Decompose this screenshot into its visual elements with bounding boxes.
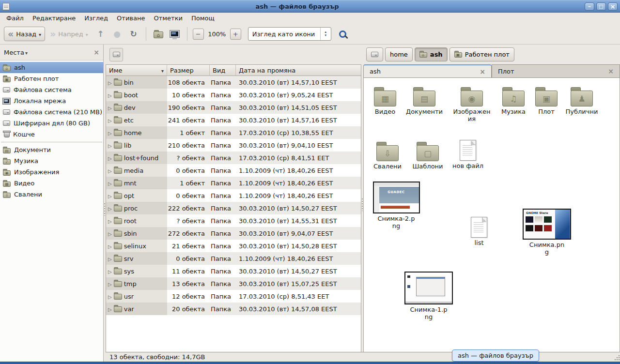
stop-button[interactable] [109,27,125,41]
icon-view-item[interactable]: Плот [526,84,567,116]
minimize-button[interactable] [585,2,594,11]
expander-icon[interactable] [108,192,112,199]
tab-close-icon[interactable] [480,68,485,76]
table-row[interactable]: boot 10 обекта Папка 30.03.2010 (вт) 9,0… [106,89,361,101]
places-title[interactable]: Места [4,49,24,56]
table-row[interactable]: root ? обекта Папка 30.03.2010 (вт) 14,5… [106,214,361,227]
sidebar-place-item[interactable]: Кошче [0,129,103,140]
sidebar-place-item[interactable]: Шифриран дял (80 GB) [0,118,103,129]
icon-view[interactable]: Видео Документи Изображения [363,78,620,352]
forward-button[interactable]: Напред [46,27,92,41]
column-header-date[interactable]: Дата на промяна [236,65,361,76]
path-button[interactable]: home [385,47,413,61]
back-button[interactable]: Назад [4,27,45,41]
table-row[interactable]: lost+found ? обекта Папка 17.03.2010 (ср… [106,152,361,164]
expander-icon[interactable] [108,129,112,136]
column-header-size[interactable]: Размер [167,65,210,76]
expander-icon[interactable] [108,255,112,262]
home-button[interactable] [151,27,166,41]
sidebar-place-item[interactable]: Музика [0,155,103,167]
sidebar-place-item[interactable]: Работен плот [0,73,103,84]
table-row[interactable]: sbin 272 обекта Папка 30.03.2010 (вт) 9,… [106,227,361,240]
path-button[interactable]: ash [415,47,448,61]
icon-view-item[interactable]: нов файл [448,138,488,170]
sidebar-close-icon[interactable] [93,48,99,56]
sidebar-place-item[interactable]: Локална мрежа [0,95,103,106]
icon-view-item[interactable]: list [459,215,499,247]
sidebar-place-item[interactable]: Изображения [0,167,103,178]
expander-icon[interactable] [108,180,112,187]
expander-icon[interactable] [108,79,112,86]
icon-view-item[interactable]: Шаблони [407,138,448,170]
sidebar-place-item[interactable]: Видео [0,178,103,189]
menu-item[interactable]: Отиване [112,14,149,23]
expander-icon[interactable] [108,305,112,313]
path-button[interactable] [366,47,383,61]
root-location-button[interactable] [109,48,123,61]
up-button[interactable] [93,27,108,41]
table-row[interactable]: selinux 21 обекта Папка 30.03.2010 (вт) … [106,240,361,252]
table-row[interactable]: srv 0 обекта Папка 1.10.2009 (чт) 18,40,… [106,252,361,265]
maximize-button[interactable] [596,2,606,11]
expander-icon[interactable] [108,91,112,99]
expander-icon[interactable] [108,293,112,300]
sidebar-place-item[interactable]: Файлова система (210 MB) [0,106,103,118]
icon-view-item[interactable]: Документи [404,84,445,116]
table-row[interactable]: bin 108 обекта Папка 30.03.2010 (вт) 14,… [106,76,361,89]
table-row[interactable]: lib 210 обекта Папка 30.03.2010 (вт) 9,0… [106,139,361,152]
expander-icon[interactable] [108,154,112,162]
expander-icon[interactable] [108,230,112,237]
tab[interactable]: Плот [492,64,620,77]
sidebar-place-item[interactable]: Свалени [0,189,103,200]
path-button[interactable]: Работен плот [450,47,514,61]
table-row[interactable]: dev 190 обекта Папка 30.03.2010 (вт) 14,… [106,101,361,114]
search-icon[interactable] [339,30,346,38]
expander-icon[interactable] [108,167,112,174]
icon-view-item[interactable]: Снимка.png [522,209,572,256]
expander-icon[interactable] [108,205,112,212]
menu-item[interactable]: Отметки [149,14,186,23]
menu-item[interactable]: Файл [2,14,28,23]
table-row[interactable]: mnt 1 обект Папка 1.10.2009 (чт) 18,40,2… [106,177,361,189]
view-mode-select[interactable]: Изглед като икони [248,27,331,41]
sidebar-place-item[interactable]: Документи [0,144,103,155]
table-row[interactable]: etc 241 обекта Папка 30.03.2010 (вт) 14,… [106,114,361,126]
icon-view-item[interactable]: Снимка-2.png [371,182,421,230]
zoom-in-button[interactable] [230,29,241,40]
menu-item[interactable]: Помощ [187,14,219,23]
icon-view-item[interactable]: Видео [365,84,405,116]
sidebar-place-item[interactable] [0,140,103,144]
table-row[interactable]: tmp 13 обекта Папка 30.03.2010 (вт) 15,0… [106,277,361,290]
table-row[interactable]: home 1 обект Папка 17.03.2010 (ср) 10,38… [106,126,361,139]
table-row[interactable]: proc 222 обекта Папка 30.03.2010 (вт) 14… [106,202,361,214]
column-header-type[interactable]: Вид [210,65,236,76]
column-header-name[interactable]: Име [106,65,167,76]
expander-icon[interactable] [108,243,112,250]
close-button[interactable] [608,2,618,11]
expander-icon[interactable] [108,217,112,225]
computer-button[interactable] [167,27,183,41]
menu-item[interactable]: Изглед [80,14,112,23]
icon-view-item[interactable]: Публични [561,84,602,116]
table-row[interactable]: media 0 обекта Папка 1.10.2009 (чт) 18,4… [106,164,361,177]
expander-icon[interactable] [108,104,112,111]
table-row[interactable]: var 20 обекта Папка 30.03.2010 (вт) 14,5… [106,303,361,315]
table-row[interactable]: opt 0 обекта Папка 1.10.2009 (чт) 18,40,… [106,189,361,202]
zoom-out-button[interactable] [193,29,204,40]
tab-close-icon[interactable] [608,67,614,75]
sidebar-place-item[interactable]: ash [0,62,103,73]
resize-grip-icon[interactable] [613,354,620,361]
expander-icon[interactable] [108,268,112,275]
sidebar-place-item[interactable]: Файлова система [0,84,103,95]
tab[interactable]: ash [363,64,492,77]
icon-view-item[interactable]: Свалени [367,138,408,170]
chevron-down-icon[interactable] [24,49,28,56]
titlebar[interactable]: ash — файлов браузър [0,0,620,13]
expander-icon[interactable] [108,117,112,124]
menu-item[interactable]: Редактиране [28,14,80,23]
icon-view-item[interactable]: Снимка-1.png [403,272,454,321]
expander-icon[interactable] [108,280,112,288]
table-row[interactable]: usr 12 обекта Папка 17.03.2010 (ср) 8,51… [106,290,361,303]
reload-button[interactable] [126,27,141,41]
chevron-down-icon[interactable] [39,30,41,38]
